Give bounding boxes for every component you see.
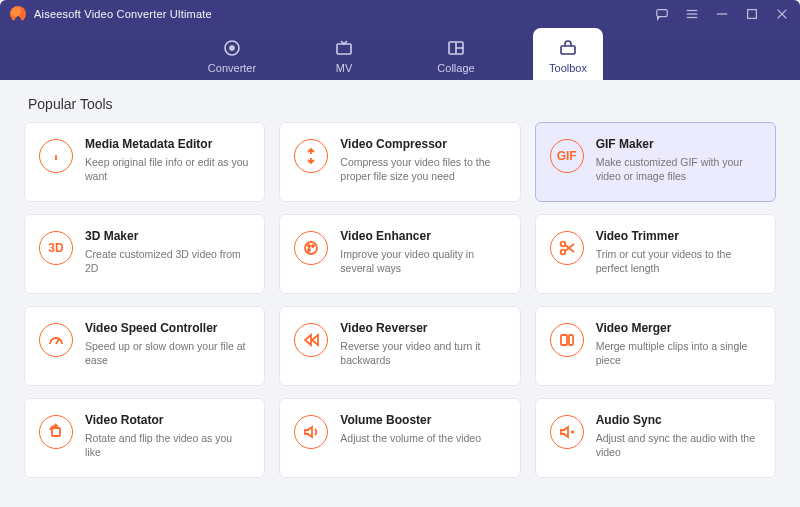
tool-icon-wrap — [39, 415, 73, 449]
tool-title: Video Enhancer — [340, 229, 505, 243]
tool-card-gifmaker[interactable]: GIF GIF Maker Make customized GIF with y… — [535, 122, 776, 202]
tool-card-enhancer[interactable]: Video Enhancer Improve your video qualit… — [279, 214, 520, 294]
merge-icon — [558, 331, 576, 349]
gauge-icon — [47, 331, 65, 349]
tool-card-merger[interactable]: Video Merger Merge multiple clips into a… — [535, 306, 776, 386]
tool-icon-wrap — [294, 139, 328, 173]
tool-text: Video Rotator Rotate and flip the video … — [85, 413, 250, 459]
volume-icon — [302, 423, 320, 441]
tool-desc: Merge multiple clips into a single piece — [596, 339, 761, 367]
tool-card-metadata[interactable]: Media Metadata Editor Keep original file… — [24, 122, 265, 202]
audiosync-icon — [558, 423, 576, 441]
mv-icon — [334, 38, 354, 58]
tool-title: Audio Sync — [596, 413, 761, 427]
converter-icon — [222, 38, 242, 58]
tool-icon-wrap — [550, 323, 584, 357]
tab-collage[interactable]: Collage — [421, 28, 491, 80]
close-button[interactable] — [774, 6, 790, 22]
tool-text: Video Merger Merge multiple clips into a… — [596, 321, 761, 367]
tool-desc: Create customized 3D video from 2D — [85, 247, 250, 275]
gif-icon: GIF — [557, 149, 577, 163]
tool-title: Video Rotator — [85, 413, 250, 427]
tool-icon-wrap — [39, 323, 73, 357]
app-header: Aiseesoft Video Converter Ultimate Conve… — [0, 0, 800, 80]
tool-card-reverser[interactable]: Video Reverser Reverse your video and tu… — [279, 306, 520, 386]
tool-title: Video Merger — [596, 321, 761, 335]
app-logo-icon — [10, 6, 26, 22]
tool-icon-wrap — [294, 323, 328, 357]
tool-grid: Media Metadata Editor Keep original file… — [24, 122, 776, 478]
compress-icon — [302, 147, 320, 165]
tab-label: MV — [336, 62, 353, 74]
tool-desc: Adjust and sync the audio with the video — [596, 431, 761, 459]
tab-label: Toolbox — [549, 62, 587, 74]
tool-desc: Adjust the volume of the video — [340, 431, 505, 445]
tool-icon-wrap — [39, 139, 73, 173]
tool-title: Media Metadata Editor — [85, 137, 250, 151]
tool-card-rotator[interactable]: Video Rotator Rotate and flip the video … — [24, 398, 265, 478]
tool-icon-wrap — [294, 231, 328, 265]
window-controls — [654, 6, 790, 22]
maximize-button[interactable] — [744, 6, 760, 22]
tool-card-3dmaker[interactable]: 3D 3D Maker Create customized 3D video f… — [24, 214, 265, 294]
tool-desc: Improve your video quality in several wa… — [340, 247, 505, 275]
collage-icon — [446, 38, 466, 58]
tool-text: Media Metadata Editor Keep original file… — [85, 137, 250, 183]
tool-text: Video Enhancer Improve your video qualit… — [340, 229, 505, 275]
tool-title: Video Reverser — [340, 321, 505, 335]
tool-card-volume[interactable]: Volume Booster Adjust the volume of the … — [279, 398, 520, 478]
toolbox-body: Popular Tools Media Metadata Editor Keep… — [0, 80, 800, 507]
feedback-button[interactable] — [654, 6, 670, 22]
tool-title: Video Compressor — [340, 137, 505, 151]
minimize-button[interactable] — [714, 6, 730, 22]
tool-desc: Keep original file info or edit as you w… — [85, 155, 250, 183]
tool-text: GIF Maker Make customized GIF with your … — [596, 137, 761, 183]
tool-desc: Speed up or slow down your file at ease — [85, 339, 250, 367]
titlebar: Aiseesoft Video Converter Ultimate — [0, 0, 800, 28]
tab-label: Converter — [208, 62, 256, 74]
tool-text: Video Compressor Compress your video fil… — [340, 137, 505, 183]
scissors-icon — [558, 239, 576, 257]
tool-icon-wrap — [294, 415, 328, 449]
tool-text: Volume Booster Adjust the volume of the … — [340, 413, 505, 445]
3d-icon: 3D — [48, 241, 63, 255]
tool-text: Video Speed Controller Speed up or slow … — [85, 321, 250, 367]
tool-text: Video Trimmer Trim or cut your videos to… — [596, 229, 761, 275]
section-title: Popular Tools — [28, 96, 776, 112]
tab-label: Collage — [437, 62, 474, 74]
app-title: Aiseesoft Video Converter Ultimate — [34, 8, 212, 20]
tool-title: 3D Maker — [85, 229, 250, 243]
tool-icon-wrap — [550, 231, 584, 265]
palette-icon — [302, 239, 320, 257]
tool-text: Video Reverser Reverse your video and tu… — [340, 321, 505, 367]
toolbox-icon — [558, 38, 578, 58]
tool-title: Video Trimmer — [596, 229, 761, 243]
tab-converter[interactable]: Converter — [197, 28, 267, 80]
tab-mv[interactable]: MV — [309, 28, 379, 80]
tool-icon-wrap: GIF — [550, 139, 584, 173]
info-icon — [47, 147, 65, 165]
tool-title: GIF Maker — [596, 137, 761, 151]
rotate-icon — [47, 423, 65, 441]
tool-title: Volume Booster — [340, 413, 505, 427]
tool-icon-wrap: 3D — [39, 231, 73, 265]
main-nav: Converter MV Collage Toolbox — [0, 28, 800, 80]
tool-card-compressor[interactable]: Video Compressor Compress your video fil… — [279, 122, 520, 202]
tool-icon-wrap — [550, 415, 584, 449]
tool-card-audiosync[interactable]: Audio Sync Adjust and sync the audio wit… — [535, 398, 776, 478]
tool-title: Video Speed Controller — [85, 321, 250, 335]
tool-text: 3D Maker Create customized 3D video from… — [85, 229, 250, 275]
menu-button[interactable] — [684, 6, 700, 22]
tool-desc: Compress your video files to the proper … — [340, 155, 505, 183]
tool-desc: Make customized GIF with your video or i… — [596, 155, 761, 183]
tool-card-trimmer[interactable]: Video Trimmer Trim or cut your videos to… — [535, 214, 776, 294]
tool-desc: Reverse your video and turn it backwards — [340, 339, 505, 367]
tool-desc: Rotate and flip the video as you like — [85, 431, 250, 459]
tab-toolbox[interactable]: Toolbox — [533, 28, 603, 80]
tool-card-speed[interactable]: Video Speed Controller Speed up or slow … — [24, 306, 265, 386]
tool-desc: Trim or cut your videos to the perfect l… — [596, 247, 761, 275]
rewind-icon — [302, 331, 320, 349]
tool-text: Audio Sync Adjust and sync the audio wit… — [596, 413, 761, 459]
